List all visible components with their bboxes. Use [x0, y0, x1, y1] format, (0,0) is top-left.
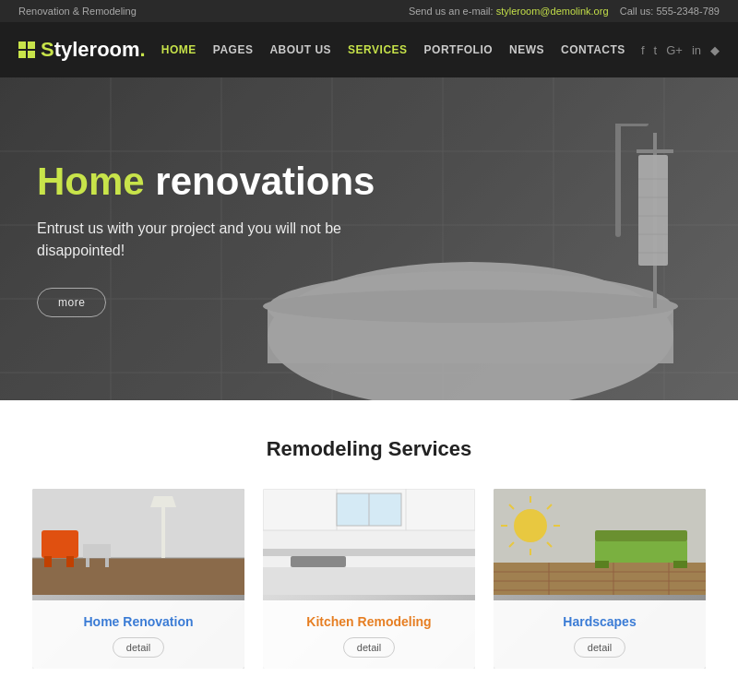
- card-2-detail-button[interactable]: detail: [343, 637, 395, 658]
- svg-rect-39: [263, 549, 475, 556]
- header: Styleroom. HOME PAGES ABOUT US SERVICES …: [0, 22, 738, 77]
- nav-pages[interactable]: PAGES: [213, 43, 254, 56]
- svg-rect-28: [42, 530, 78, 558]
- logo-icon: [18, 42, 35, 58]
- svg-rect-30: [66, 556, 74, 567]
- svg-rect-62: [595, 561, 609, 568]
- main-nav: HOME PAGES ABOUT US SERVICES PORTFOLIO N…: [161, 43, 625, 56]
- top-bar-contact: Send us an e-mail: styleroom@demolink.or…: [409, 6, 720, 17]
- nav-portfolio[interactable]: PORTFOLIO: [424, 43, 494, 56]
- pinterest-icon[interactable]: ◆: [710, 43, 720, 57]
- top-bar: Renovation & Remodeling Send us an e-mai…: [0, 0, 738, 22]
- nav-about[interactable]: ABOUT US: [269, 43, 331, 56]
- svg-rect-24: [32, 558, 244, 595]
- svg-point-51: [514, 509, 547, 542]
- hero-section: Home renovations Entrust us with your pr…: [0, 77, 738, 400]
- nav-home[interactable]: HOME: [161, 43, 196, 56]
- svg-marker-27: [150, 496, 176, 507]
- logo-text: Styleroom.: [41, 38, 146, 62]
- svg-rect-29: [44, 556, 52, 567]
- card-2-info: Kitchen Remodeling detail: [263, 600, 475, 669]
- logo[interactable]: Styleroom.: [18, 38, 146, 62]
- svg-rect-26: [161, 507, 165, 558]
- svg-rect-40: [291, 556, 346, 567]
- card-3-illustration: [494, 489, 706, 595]
- svg-rect-63: [673, 561, 687, 568]
- card-3-title: Hardscapes: [563, 613, 636, 630]
- more-button[interactable]: more: [37, 288, 106, 317]
- services-title: Remodeling Services: [28, 437, 710, 461]
- card-2-illustration: [263, 489, 475, 595]
- svg-rect-33: [105, 558, 109, 567]
- svg-rect-61: [595, 530, 687, 541]
- services-grid: Home Renovation detail: [28, 489, 710, 669]
- nav-services[interactable]: SERVICES: [348, 43, 407, 56]
- service-card-kitchen: Kitchen Remodeling detail: [263, 489, 475, 669]
- linkedin-icon[interactable]: in: [692, 43, 701, 57]
- social-icons: f t G+ in ◆: [641, 43, 720, 57]
- svg-rect-31: [83, 544, 111, 558]
- card-1-title: Home Renovation: [83, 613, 193, 630]
- nav-news[interactable]: NEWS: [509, 43, 544, 56]
- svg-rect-60: [595, 540, 687, 563]
- card-2-title: Kitchen Remodeling: [306, 613, 431, 630]
- service-card-home: Home Renovation detail: [32, 489, 244, 669]
- svg-rect-32: [86, 558, 89, 567]
- service-card-hardscapes: Hardscapes detail: [494, 489, 706, 669]
- card-1-detail-button[interactable]: detail: [113, 637, 164, 658]
- hero-subtitle: Entrust us with your project and you wil…: [37, 218, 378, 262]
- twitter-icon[interactable]: t: [654, 43, 658, 57]
- card-3-info: Hardscapes detail: [494, 600, 706, 669]
- nav-contacts[interactable]: CONTACTS: [561, 43, 625, 56]
- card-1-info: Home Renovation detail: [32, 600, 244, 669]
- services-section: Remodeling Services: [0, 400, 738, 687]
- svg-rect-35: [263, 567, 475, 595]
- facebook-icon[interactable]: f: [641, 43, 645, 57]
- hero-content: Home renovations Entrust us with your pr…: [0, 160, 415, 317]
- card-1-illustration: [32, 489, 244, 595]
- googleplus-icon[interactable]: G+: [666, 43, 683, 57]
- phone-number: 555-2348-789: [656, 6, 720, 17]
- top-bar-left: Renovation & Remodeling: [18, 6, 137, 17]
- hero-title: Home renovations: [37, 160, 378, 203]
- email-link[interactable]: styleroom@demolink.org: [496, 6, 609, 17]
- card-3-detail-button[interactable]: detail: [574, 637, 625, 658]
